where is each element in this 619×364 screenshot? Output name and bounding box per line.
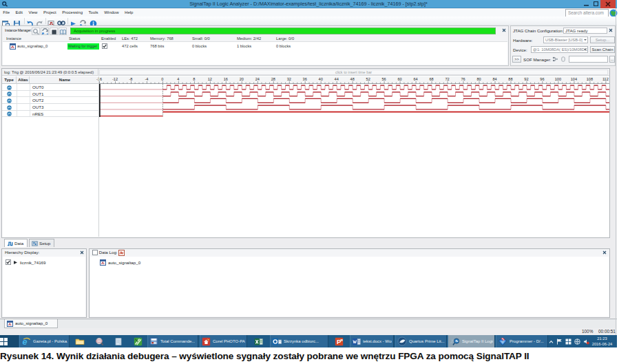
instance-manager-close-icon[interactable]	[502, 28, 507, 33]
acquisition-progress-bar: Acquisition in progress	[70, 28, 496, 34]
stop-analysis-icon[interactable]	[50, 28, 58, 35]
time-label: 0	[161, 76, 163, 82]
taskbar-item-programmer[interactable]: Programmer - D/...	[496, 335, 548, 347]
windows-grid-icon[interactable]	[565, 335, 571, 347]
save-icon[interactable]	[13, 17, 21, 25]
taskbar-item-search-sphere[interactable]	[91, 335, 107, 347]
tab-setup[interactable]: Setup	[29, 239, 54, 247]
document-tab[interactable]: auto_signaltap_0	[4, 319, 58, 328]
sof-download-icon[interactable]	[561, 56, 565, 62]
menu-view[interactable]: View	[25, 9, 41, 17]
taskbar-item-corel[interactable]: Corel PHOTO-PAI...	[200, 335, 247, 347]
taskbar-item-notepad[interactable]	[110, 335, 127, 347]
maximize-button[interactable]	[591, 0, 600, 8]
taskbar-item-total-commander[interactable]: Total Commande...	[147, 335, 198, 347]
redo-icon[interactable]	[36, 17, 44, 25]
hierarchy-display-title: Hierarchy Display:	[2, 249, 86, 256]
run-analysis-icon[interactable]	[70, 17, 78, 25]
menu-tools[interactable]: Tools	[85, 9, 101, 17]
chevron-down-icon	[584, 49, 587, 52]
menu-edit[interactable]: Edit	[12, 9, 25, 17]
signal-row[interactable]: OUT0	[2, 84, 99, 91]
quartus-icon	[397, 336, 407, 346]
scan-chain-button[interactable]: Scan Chain	[590, 46, 615, 53]
search-sphere-icon	[95, 337, 104, 346]
signal-row[interactable]: OUT1	[2, 91, 99, 98]
close-x-icon	[80, 250, 84, 255]
jtag-close-icon[interactable]	[609, 28, 613, 33]
minimize-button[interactable]	[582, 0, 591, 8]
speaker-icon[interactable]	[583, 335, 589, 347]
column-header: Enabled	[101, 36, 116, 42]
taskbar-item-ie[interactable]: eGazeta.pl - Polska...	[19, 335, 70, 347]
small-value: 0 blocks	[192, 43, 207, 50]
outlook-icon	[272, 337, 282, 346]
data-log-close-icon[interactable]	[602, 250, 607, 255]
menu-help[interactable]: Help	[122, 9, 136, 17]
taskbar-item-folder[interactable]	[72, 335, 88, 347]
column-header: Instance	[6, 36, 21, 42]
autorun-analysis-icon[interactable]	[41, 28, 49, 35]
info-icon[interactable]	[90, 17, 98, 25]
tab-data[interactable]: Data	[4, 239, 28, 247]
taskbar-item-outlook[interactable]: Skrzynka odbiorc...	[270, 335, 328, 347]
taskbar-item-quartus[interactable]: Quartus Prime Lit...	[395, 335, 447, 347]
menu-window[interactable]: Window	[101, 9, 122, 17]
hierarchy-close-icon[interactable]	[80, 250, 85, 255]
network-icon[interactable]	[574, 335, 580, 347]
caret-up-icon[interactable]	[549, 335, 554, 347]
sof-tree-icon[interactable]	[552, 56, 558, 62]
start-button[interactable]	[0, 335, 19, 347]
taskbar-item-word[interactable]: tekst.docx - Word	[350, 335, 394, 347]
undo-icon[interactable]	[26, 17, 34, 25]
window-edge	[616, 8, 616, 335]
signal-row[interactable]: OUT2	[2, 97, 99, 104]
hierarchy-item[interactable]: licznik_74169	[6, 259, 48, 265]
sof-tree-icon	[552, 56, 558, 62]
taskbar-item-signaltap[interactable]: SignalTap II Logic...	[448, 335, 495, 347]
taskbar-clock[interactable]: 21:232016-06-24	[589, 336, 615, 347]
signal-row[interactable]: nRES	[2, 111, 99, 118]
signaltap-icon	[450, 337, 460, 346]
hardware-label: Hardware:	[513, 38, 533, 43]
screenshot: SignalTap II Logic Analyzer - D:/MAXimat…	[0, 0, 617, 347]
taskbar-item-green-app[interactable]	[129, 335, 146, 347]
time-ruler[interactable]: -16-12-8-4048121620242832364044485256606…	[99, 76, 609, 84]
instance-table-header: InstanceStatusEnabledLEs: 472Memory: 768…	[3, 36, 507, 42]
create-stp-icon[interactable]	[48, 17, 56, 25]
data-log-item[interactable]: auto_signaltap_0	[100, 259, 143, 265]
time-label: 20	[240, 76, 244, 82]
flag-icon[interactable]	[556, 335, 563, 347]
waveform-plot[interactable]	[99, 84, 609, 117]
time-bar-hint[interactable]: click to insert time bar	[99, 69, 608, 75]
time-label: 44	[335, 76, 339, 82]
sof-path-field[interactable]	[569, 56, 608, 63]
autorun-analysis-icon[interactable]	[79, 17, 87, 25]
waveform-window: log: Trig @ 2016/06/24 21:23:49 (0:0:0.5…	[1, 68, 610, 238]
svg-text:P: P	[337, 338, 342, 345]
enabled-checkbox[interactable]	[102, 43, 107, 49]
menu-processing[interactable]: Processing	[59, 9, 85, 17]
hardware-select[interactable]: USB-Blaster [USB-0]	[543, 36, 588, 43]
instance-table-row[interactable]: auto_signaltap_0Waiting for trigger472 c…	[3, 43, 507, 50]
device-select[interactable]: @1: 10M08DA( ES)/10M08DC(Q	[531, 46, 588, 53]
taskbar-item-powerpoint[interactable]: P	[330, 335, 348, 347]
taskbar-item-excel[interactable]	[249, 335, 269, 347]
menu-file[interactable]: File	[0, 9, 12, 17]
document-tab-label: auto_signaltap_0	[15, 321, 48, 325]
column-header: Large: 0/0	[276, 36, 294, 42]
status-bar: 100% 00:00:51	[0, 328, 617, 335]
expand-button[interactable]: >>	[512, 56, 521, 63]
find-icon[interactable]	[57, 17, 65, 25]
excel-icon	[254, 337, 263, 346]
new-file-icon[interactable]	[2, 17, 10, 25]
setup-button[interactable]: Setup...	[590, 36, 615, 43]
read-data-icon[interactable]	[59, 28, 67, 35]
data-log-item-label: auto_signaltap_0	[108, 259, 140, 266]
menu-project[interactable]: Project	[41, 9, 59, 17]
notepad-icon	[114, 337, 123, 346]
close-button[interactable]	[600, 0, 616, 8]
browse-button[interactable]: ...	[609, 56, 615, 63]
signal-row[interactable]: OUT3	[2, 104, 99, 111]
run-analysis-icon[interactable]	[32, 28, 40, 35]
